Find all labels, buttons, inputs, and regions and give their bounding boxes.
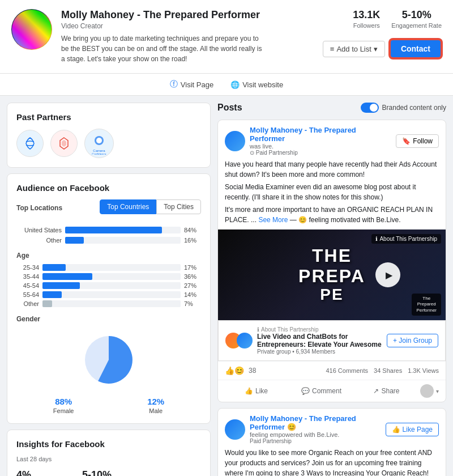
share-icon: ↗: [373, 387, 379, 395]
followers-value: 13.1K: [353, 9, 380, 21]
age-bars: 25-34 17% 35-44 36% 45-54: [16, 264, 201, 307]
svg-text:Confidence: Confidence: [92, 152, 106, 155]
chevron-down-icon: ▾: [374, 45, 378, 53]
partner2-logo-icon: [55, 135, 72, 152]
age-row-other: Other 7%: [16, 300, 201, 307]
gender-pie-container: [16, 329, 201, 391]
age-row-3544: 35-44 36%: [16, 273, 201, 280]
branded-toggle-label: Branded content only: [382, 104, 446, 112]
country-bars: United States 84% Other 16%: [16, 227, 201, 244]
male-pct: 12%: [147, 397, 164, 406]
profile-description: We bring you up to date marketing techni…: [61, 33, 265, 64]
comment-button[interactable]: 💬 Comment: [290, 384, 353, 398]
avatar: [11, 9, 52, 50]
engagement-stat: 5-10% Engagement Rate: [391, 9, 442, 29]
post2-header: Molly Mahoney - The Prepared Performer 😊…: [218, 409, 446, 448]
post2-text: Would you like to see more Organic Reach…: [218, 448, 446, 476]
tab-cities[interactable]: Top Cities: [156, 199, 201, 214]
post1-username: Molly Mahoney - The Prepared Performer: [250, 126, 391, 143]
like-icon: 👍: [245, 387, 253, 395]
partner-1: [16, 130, 44, 157]
add-to-list-button[interactable]: ≡ Add to List ▾: [323, 41, 385, 57]
paid-badge-1: ⊙ Paid Partnership: [250, 150, 391, 156]
views-count: 1.3K Views: [408, 367, 439, 374]
follow-button[interactable]: 🔖 Follow: [396, 134, 439, 148]
age-title: Age: [16, 252, 201, 260]
group-card: ℹAbout This Partnership Live Video and C…: [218, 320, 446, 361]
visit-bar: ⓕ Visit Page 🌐 Visit website: [0, 74, 453, 96]
female-name: Female: [53, 407, 74, 414]
insights-title: Insights for Facebook: [16, 439, 201, 449]
engagement-stats: 416 Comments 34 Shares 1.3K Views: [326, 367, 439, 374]
post2-username: Molly Mahoney - The Prepared Performer 😊: [250, 414, 381, 431]
like-page-button[interactable]: 👍 Like Page: [386, 423, 439, 436]
locations-label: Top Locations: [16, 204, 62, 212]
play-button[interactable]: ▶: [375, 262, 400, 287]
group-meta: Private group • 6,934 Members: [257, 348, 382, 355]
branded-content-stat: 4% Branded Content %: [16, 469, 71, 476]
share-button[interactable]: ↗ Share: [355, 384, 418, 398]
post2-meta: feeling empowered with Be.Live.: [250, 431, 381, 438]
reaction-icons: 👍 😊: [225, 366, 244, 375]
group-avatars: [225, 333, 253, 348]
post1-reactions: 👍 😊 38 416 Comments 34 Shares 1.3K Views: [218, 361, 446, 380]
post1-meta: was live.: [250, 143, 391, 150]
past-partners-card: Past Partners: [7, 103, 211, 168]
post2-action: feeling empowered with Be.Live.: [250, 431, 339, 438]
comment-icon: 💬: [301, 387, 310, 395]
post1-image-text: THE PREPA PE: [298, 246, 365, 303]
gender-pie-chart: [78, 329, 140, 391]
followers-stat: 13.1K Followers: [353, 9, 380, 29]
like-button[interactable]: 👍 Like: [225, 384, 288, 398]
female-pct: 88%: [53, 397, 74, 406]
visit-page-link[interactable]: ⓕ Visit Page: [170, 79, 213, 90]
group-info: ℹAbout This Partnership Live Video and C…: [257, 326, 382, 355]
prepared-performer-badge: ThePreparedPerformer: [412, 294, 441, 316]
post2-avatar: [225, 419, 245, 440]
contact-button[interactable]: Contact: [390, 39, 442, 58]
post1-actions: 👍 Like 💬 Comment ↗ Share ▾: [218, 380, 446, 402]
post1-header: Molly Mahoney - The Prepared Performer w…: [218, 120, 446, 159]
post-card-2: Molly Mahoney - The Prepared Performer 😊…: [217, 408, 446, 476]
age-row-2534: 25-34 17%: [16, 264, 201, 271]
svg-point-3: [96, 138, 102, 143]
main-content: Past Partners: [0, 96, 453, 476]
insights-engagement-value: 5-10%: [82, 469, 133, 476]
profile-actions: ≡ Add to List ▾ Contact: [323, 39, 442, 58]
profile-name: Molly Mahoney - The Prepared Performer: [61, 9, 314, 21]
posts-header: Posts Branded content only: [217, 103, 446, 113]
branded-content-value: 4%: [16, 469, 71, 476]
visit-website-link[interactable]: 🌐 Visit website: [230, 79, 283, 90]
gender-labels: 88% Female 12% Male: [16, 397, 201, 414]
branded-toggle: Branded content only: [361, 103, 446, 113]
post2-user-info: Molly Mahoney - The Prepared Performer 😊…: [250, 414, 381, 444]
post1-user-info: Molly Mahoney - The Prepared Performer w…: [250, 126, 391, 156]
join-group-button[interactable]: + Join Group: [387, 334, 438, 347]
globe-icon: 🌐: [230, 80, 240, 89]
insights-stats: 4% Branded Content % 5-10% Engagement Ra…: [16, 469, 201, 476]
partners-row: Camera Confidence: [16, 129, 201, 158]
partner3-logo-icon: Camera Confidence: [88, 132, 110, 155]
male-name: Male: [147, 407, 164, 414]
bookmark-icon: 🔖: [402, 137, 411, 145]
about-partnership-badge-1: ℹAbout This Partnership: [371, 234, 441, 244]
right-panel: Posts Branded content only Molly Mahoney…: [217, 103, 446, 476]
svg-marker-1: [62, 140, 66, 147]
list-icon: ≡: [330, 45, 335, 53]
paid-badge-2: Paid Partnership: [250, 438, 381, 444]
group-avatar-2: [237, 333, 253, 348]
post1-avatar: [225, 131, 245, 151]
post1-text: Have you heard that many people have rec…: [218, 159, 446, 230]
tab-countries[interactable]: Top Countries: [100, 199, 156, 214]
reaction-count: 38: [249, 367, 323, 375]
insights-card: Insights for Facebook Last 28 days 4% Br…: [7, 430, 211, 476]
audience-card: Audience on Facebook Top Locations Top C…: [7, 173, 211, 424]
post-card-1: Molly Mahoney - The Prepared Performer w…: [217, 120, 446, 402]
followers-label: Followers: [353, 22, 380, 29]
profile-mini-avatar: [420, 384, 434, 398]
post1-image: THE PREPA PE ▶ ℹAbout This Partnership T…: [218, 230, 446, 320]
see-more-link[interactable]: See More: [258, 216, 288, 224]
male-label: 12% Male: [147, 397, 164, 414]
branded-toggle-switch[interactable]: [361, 103, 379, 113]
bar-row-other: Other 16%: [16, 237, 201, 244]
